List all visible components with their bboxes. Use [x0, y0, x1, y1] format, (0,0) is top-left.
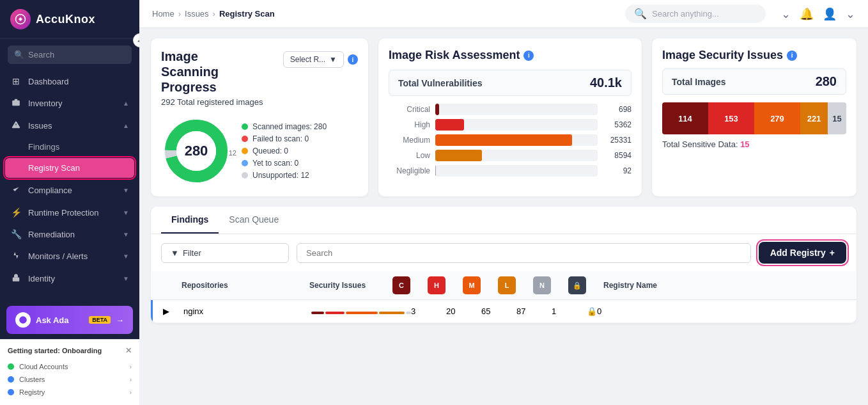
- registry-scan-label: Registry Scan: [28, 163, 80, 173]
- sidebar-label-compliance: Compliance: [28, 186, 116, 195]
- sidebar-item-remediation[interactable]: 🔧 Remediation ▼: [0, 223, 139, 245]
- select-registry-button[interactable]: Select R... ▼: [283, 51, 344, 68]
- seg-high-value: 153: [724, 114, 738, 123]
- topbar-search-box[interactable]: 🔍: [625, 4, 766, 23]
- sev-badge-c: C: [392, 276, 410, 294]
- sidebar-subitem-findings[interactable]: Findings: [0, 137, 139, 157]
- row-expand[interactable]: ▶: [163, 306, 183, 316]
- mini-bar-n: [406, 312, 411, 314]
- ask-ada-button[interactable]: Ask Ada BETA →: [6, 306, 133, 334]
- breadcrumb-issues[interactable]: Issues: [185, 9, 209, 19]
- user-icon[interactable]: 👤: [823, 7, 837, 21]
- onboarding-title: Getting started: Onboarding: [8, 347, 102, 354]
- breadcrumb-home[interactable]: Home: [152, 9, 174, 19]
- table-search-input[interactable]: [297, 243, 751, 263]
- bar-label-low: Low: [389, 151, 430, 160]
- filter-icon: ▼: [171, 248, 179, 258]
- mini-bar-l: [379, 312, 405, 314]
- tabs-row: Findings Scan Queue: [151, 207, 856, 234]
- sidebar-item-compliance[interactable]: Compliance ▼: [0, 179, 139, 202]
- onboarding-cloud-accounts[interactable]: Cloud Accounts ›: [8, 360, 132, 373]
- security-segment-bar: 114 153 279 221 15: [662, 102, 846, 134]
- sidebar-label-inventory: Inventory: [28, 99, 116, 108]
- onboarding-section: Getting started: Onboarding ✕ Cloud Acco…: [0, 339, 139, 405]
- donut-main-value: 280: [185, 143, 208, 159]
- clusters-status-dot: [8, 376, 14, 383]
- bar-negligible: Negligible 92: [389, 165, 632, 177]
- topbar-search-input[interactable]: [652, 9, 754, 19]
- security-info-icon[interactable]: i: [787, 51, 797, 61]
- sidebar-search-input[interactable]: [28, 50, 125, 60]
- add-registry-button[interactable]: Add Registry +: [759, 242, 846, 264]
- sidebar-search-box[interactable]: 🔍: [8, 45, 132, 64]
- col-header-s: 🔒: [568, 276, 603, 294]
- legend-label-scanned: Scanned images: 280: [252, 122, 327, 131]
- sidebar-item-identity[interactable]: Identity ▼: [0, 267, 139, 290]
- sev-badge-l: L: [498, 276, 516, 294]
- bar-val-medium: 25331: [603, 136, 632, 145]
- image-security-card: Image Security Issues i Total Images 280…: [652, 38, 856, 196]
- tab-scan-queue[interactable]: Scan Queue: [219, 207, 289, 234]
- sidebar-item-inventory[interactable]: Inventory ▲: [0, 92, 139, 115]
- svg-rect-1: [12, 100, 20, 106]
- tab-findings[interactable]: Findings: [161, 207, 219, 234]
- legend-label-failed: Failed to scan: 0: [252, 134, 309, 143]
- sidebar-subitem-registry-scan[interactable]: Registry Scan: [5, 158, 134, 178]
- risk-info-icon[interactable]: i: [523, 51, 534, 61]
- bar-track-high: [435, 119, 598, 131]
- svg-rect-4: [13, 277, 20, 281]
- breadcrumb-current: Registry Scan: [219, 9, 275, 19]
- topbar-icons: ⌄ 🔔 👤 ⌄: [781, 7, 855, 21]
- bar-medium: Medium 25331: [389, 134, 632, 146]
- topbar-search-icon: 🔍: [634, 8, 647, 20]
- sidebar-item-issues[interactable]: Issues ▲: [0, 115, 139, 137]
- filter-button[interactable]: ▼ Filter: [161, 243, 289, 263]
- chevron-up-icon: ▲: [123, 122, 129, 129]
- logo-icon: [10, 9, 31, 29]
- bar-critical: Critical 698: [389, 104, 632, 115]
- dropdown-icon[interactable]: ⌄: [781, 7, 791, 21]
- sidebar-label-remediation: Remediation: [28, 230, 116, 239]
- bar-val-low: 8594: [603, 151, 632, 160]
- row-m-value: 65: [481, 306, 516, 316]
- row-c-value: 3: [411, 306, 446, 316]
- registry-label: Registry: [19, 388, 45, 396]
- topbar: Home › Issues › Registry Scan 🔍 ⌄ 🔔 👤 ⌄: [139, 0, 868, 28]
- more-icon[interactable]: ⌄: [846, 7, 855, 21]
- sidebar-item-runtime[interactable]: ⚡ Runtime Protection ▼: [0, 202, 139, 223]
- filter-label: Filter: [183, 248, 201, 258]
- seg-negligible-value: 15: [832, 114, 841, 123]
- seg-low: 221: [800, 102, 828, 134]
- add-registry-plus-icon: +: [830, 248, 835, 258]
- sev-badge-h: H: [428, 276, 446, 294]
- scanning-title: ImageScanningProgress: [161, 49, 219, 95]
- col-header-security-issues: Security Issues: [309, 281, 392, 290]
- main-content: Home › Issues › Registry Scan 🔍 ⌄ 🔔 👤 ⌄ …: [139, 0, 868, 405]
- bar-fill-critical: [435, 104, 439, 115]
- registered-count: 292 Total registered images: [161, 97, 358, 107]
- bar-track-medium: [435, 134, 598, 146]
- onboarding-registry[interactable]: Registry ›: [8, 386, 132, 399]
- identity-icon: [10, 273, 22, 284]
- scanning-info-icon[interactable]: i: [348, 54, 358, 65]
- bar-label-negligible: Negligible: [389, 166, 430, 175]
- onboarding-close-button[interactable]: ✕: [125, 346, 132, 355]
- chevron-right-icon: ▼: [123, 187, 129, 194]
- bar-fill-high: [435, 119, 464, 131]
- image-scanning-card: ImageScanningProgress Select R... ▼ i 29…: [151, 38, 368, 196]
- bell-icon[interactable]: 🔔: [800, 7, 814, 21]
- sidebar-item-monitors[interactable]: Monitors / Alerts ▼: [0, 245, 139, 267]
- legend-scanned: Scanned images: 280: [242, 122, 327, 131]
- sidebar-item-dashboard[interactable]: ⊞ Dashboard: [0, 70, 139, 92]
- clusters-arrow-icon: ›: [130, 376, 132, 383]
- security-total-label: Total Images: [672, 77, 726, 87]
- content-area: ImageScanningProgress Select R... ▼ i 29…: [139, 28, 868, 405]
- findings-label: Findings: [28, 142, 59, 152]
- onboarding-clusters[interactable]: Clusters ›: [8, 373, 132, 386]
- sev-badge-m: M: [463, 276, 481, 294]
- bar-val-high: 5362: [603, 120, 632, 129]
- chevron-right2-icon: ▼: [123, 209, 129, 216]
- sidebar-collapse-button[interactable]: ◀: [133, 33, 139, 47]
- legend-label-yet: Yet to scan: 0: [252, 159, 298, 168]
- ada-icon: [15, 312, 31, 328]
